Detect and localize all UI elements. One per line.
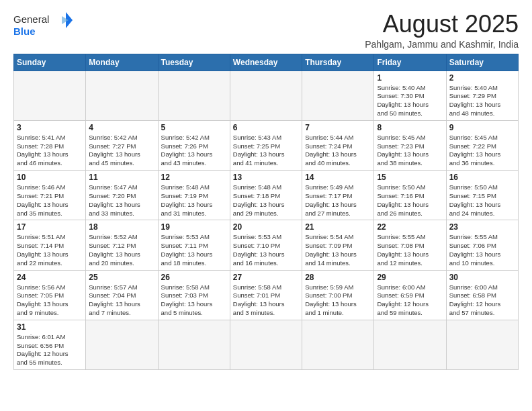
day-number: 2 <box>449 73 515 83</box>
header: General Blue August 2025 Pahlgam, Jammu … <box>13 11 519 50</box>
day-number: 3 <box>17 123 83 132</box>
day-info: Sunrise: 5:57 AM Sunset: 7:04 PM Dayligh… <box>89 283 154 318</box>
day-info: Sunrise: 5:59 AM Sunset: 7:00 PM Dayligh… <box>305 283 371 318</box>
calendar-cell: 2Sunrise: 5:40 AM Sunset: 7:29 PM Daylig… <box>446 71 518 120</box>
day-info: Sunrise: 5:53 AM Sunset: 7:11 PM Dayligh… <box>161 233 227 267</box>
calendar-cell: 13Sunrise: 5:48 AM Sunset: 7:18 PM Dayli… <box>230 171 302 220</box>
month-title: August 2025 <box>365 11 519 38</box>
calendar-cell <box>446 320 518 369</box>
location: Pahlgam, Jammu and Kashmir, India <box>365 39 519 50</box>
calendar-cell: 22Sunrise: 5:55 AM Sunset: 7:08 PM Dayli… <box>374 220 446 270</box>
calendar-cell: 20Sunrise: 5:53 AM Sunset: 7:10 PM Dayli… <box>230 220 302 270</box>
weekday-header-saturday: Saturday <box>446 54 518 71</box>
day-number: 8 <box>377 123 443 132</box>
day-info: Sunrise: 5:52 AM Sunset: 7:12 PM Dayligh… <box>89 233 154 267</box>
day-info: Sunrise: 5:50 AM Sunset: 7:16 PM Dayligh… <box>377 183 443 218</box>
calendar-cell: 29Sunrise: 6:00 AM Sunset: 6:59 PM Dayli… <box>374 270 446 320</box>
day-number: 27 <box>233 273 299 282</box>
day-info: Sunrise: 5:53 AM Sunset: 7:10 PM Dayligh… <box>233 233 299 267</box>
day-info: Sunrise: 5:48 AM Sunset: 7:18 PM Dayligh… <box>233 183 299 218</box>
day-number: 21 <box>305 222 371 232</box>
calendar-cell: 21Sunrise: 5:54 AM Sunset: 7:09 PM Dayli… <box>302 220 374 270</box>
calendar-cell: 28Sunrise: 5:59 AM Sunset: 7:00 PM Dayli… <box>302 270 374 320</box>
day-number: 16 <box>449 173 515 182</box>
day-number: 23 <box>449 222 515 232</box>
calendar-cell <box>302 320 374 369</box>
calendar-cell: 8Sunrise: 5:45 AM Sunset: 7:23 PM Daylig… <box>374 120 446 170</box>
day-number: 20 <box>233 222 299 232</box>
day-number: 12 <box>161 173 227 182</box>
day-number: 4 <box>89 123 154 132</box>
calendar-cell <box>158 320 230 369</box>
calendar-cell: 25Sunrise: 5:57 AM Sunset: 7:04 PM Dayli… <box>86 270 158 320</box>
calendar-cell <box>230 71 302 120</box>
day-info: Sunrise: 5:56 AM Sunset: 7:05 PM Dayligh… <box>17 283 83 318</box>
day-number: 9 <box>449 123 515 132</box>
calendar-cell: 24Sunrise: 5:56 AM Sunset: 7:05 PM Dayli… <box>14 270 86 320</box>
calendar-cell <box>302 71 374 120</box>
day-info: Sunrise: 5:45 AM Sunset: 7:23 PM Dayligh… <box>377 134 443 168</box>
calendar-cell: 6Sunrise: 5:43 AM Sunset: 7:25 PM Daylig… <box>230 120 302 170</box>
calendar-cell: 19Sunrise: 5:53 AM Sunset: 7:11 PM Dayli… <box>158 220 230 270</box>
day-number: 17 <box>17 222 83 232</box>
calendar-cell: 4Sunrise: 5:42 AM Sunset: 7:27 PM Daylig… <box>86 120 158 170</box>
calendar-cell: 11Sunrise: 5:47 AM Sunset: 7:20 PM Dayli… <box>86 171 158 220</box>
day-number: 6 <box>233 123 299 132</box>
day-number: 13 <box>233 173 299 182</box>
weekday-header-monday: Monday <box>86 54 158 71</box>
weekday-header-wednesday: Wednesday <box>230 54 302 71</box>
day-info: Sunrise: 5:42 AM Sunset: 7:27 PM Dayligh… <box>89 134 154 168</box>
day-info: Sunrise: 5:49 AM Sunset: 7:17 PM Dayligh… <box>305 183 371 218</box>
logo: General Blue <box>13 11 74 39</box>
svg-text:Blue: Blue <box>13 26 36 37</box>
day-number: 10 <box>17 173 83 182</box>
calendar-cell: 15Sunrise: 5:50 AM Sunset: 7:16 PM Dayli… <box>374 171 446 220</box>
day-info: Sunrise: 5:43 AM Sunset: 7:25 PM Dayligh… <box>233 134 299 168</box>
calendar-cell: 26Sunrise: 5:58 AM Sunset: 7:03 PM Dayli… <box>158 270 230 320</box>
day-info: Sunrise: 5:54 AM Sunset: 7:09 PM Dayligh… <box>305 233 371 267</box>
day-number: 19 <box>161 222 227 232</box>
title-block: August 2025 Pahlgam, Jammu and Kashmir, … <box>365 11 519 50</box>
calendar-cell: 18Sunrise: 5:52 AM Sunset: 7:12 PM Dayli… <box>86 220 158 270</box>
day-info: Sunrise: 5:40 AM Sunset: 7:29 PM Dayligh… <box>449 84 515 118</box>
calendar-cell: 14Sunrise: 5:49 AM Sunset: 7:17 PM Dayli… <box>302 171 374 220</box>
logo-svg: General Blue <box>13 11 74 39</box>
day-info: Sunrise: 5:45 AM Sunset: 7:22 PM Dayligh… <box>449 134 515 168</box>
day-number: 5 <box>161 123 227 132</box>
day-number: 18 <box>89 222 154 232</box>
calendar-cell: 7Sunrise: 5:44 AM Sunset: 7:24 PM Daylig… <box>302 120 374 170</box>
day-info: Sunrise: 5:58 AM Sunset: 7:01 PM Dayligh… <box>233 283 299 318</box>
calendar-cell: 27Sunrise: 5:58 AM Sunset: 7:01 PM Dayli… <box>230 270 302 320</box>
calendar-cell <box>230 320 302 369</box>
calendar-cell: 16Sunrise: 5:50 AM Sunset: 7:15 PM Dayli… <box>446 171 518 220</box>
day-number: 24 <box>17 273 83 282</box>
day-info: Sunrise: 6:00 AM Sunset: 6:58 PM Dayligh… <box>449 283 515 318</box>
calendar-cell: 9Sunrise: 5:45 AM Sunset: 7:22 PM Daylig… <box>446 120 518 170</box>
calendar-cell <box>14 71 86 120</box>
day-info: Sunrise: 5:47 AM Sunset: 7:20 PM Dayligh… <box>89 183 154 218</box>
day-info: Sunrise: 5:41 AM Sunset: 7:28 PM Dayligh… <box>17 134 83 168</box>
day-info: Sunrise: 5:50 AM Sunset: 7:15 PM Dayligh… <box>449 183 515 218</box>
day-info: Sunrise: 5:55 AM Sunset: 7:06 PM Dayligh… <box>449 233 515 267</box>
calendar-cell: 23Sunrise: 5:55 AM Sunset: 7:06 PM Dayli… <box>446 220 518 270</box>
weekday-header-friday: Friday <box>374 54 446 71</box>
day-info: Sunrise: 5:44 AM Sunset: 7:24 PM Dayligh… <box>305 134 371 168</box>
day-info: Sunrise: 5:48 AM Sunset: 7:19 PM Dayligh… <box>161 183 227 218</box>
calendar-cell <box>374 320 446 369</box>
svg-text:General: General <box>13 13 49 25</box>
day-info: Sunrise: 5:42 AM Sunset: 7:26 PM Dayligh… <box>161 134 227 168</box>
page: General Blue August 2025 Pahlgam, Jammu … <box>0 0 532 411</box>
day-number: 28 <box>305 273 371 282</box>
day-number: 22 <box>377 222 443 232</box>
weekday-header-sunday: Sunday <box>14 54 86 71</box>
day-number: 29 <box>377 273 443 282</box>
day-number: 30 <box>449 273 515 282</box>
day-number: 15 <box>377 173 443 182</box>
calendar: SundayMondayTuesdayWednesdayThursdayFrid… <box>13 54 519 371</box>
calendar-cell: 3Sunrise: 5:41 AM Sunset: 7:28 PM Daylig… <box>14 120 86 170</box>
day-number: 14 <box>305 173 371 182</box>
day-info: Sunrise: 6:01 AM Sunset: 6:56 PM Dayligh… <box>17 333 83 367</box>
day-info: Sunrise: 5:55 AM Sunset: 7:08 PM Dayligh… <box>377 233 443 267</box>
calendar-cell: 10Sunrise: 5:46 AM Sunset: 7:21 PM Dayli… <box>14 171 86 220</box>
calendar-cell: 12Sunrise: 5:48 AM Sunset: 7:19 PM Dayli… <box>158 171 230 220</box>
